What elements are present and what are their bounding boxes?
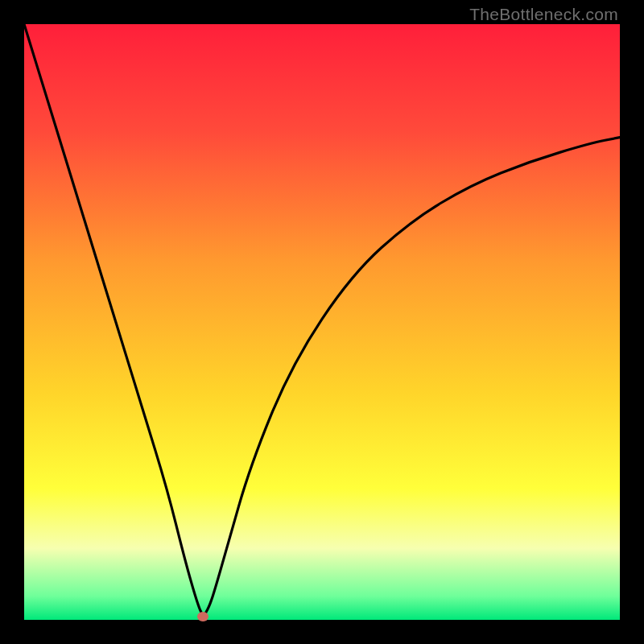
minimum-point-marker — [197, 612, 208, 621]
watermark-text: TheBottleneck.com — [469, 5, 618, 24]
curve-path — [24, 24, 620, 614]
bottleneck-curve — [24, 24, 620, 620]
chart-frame — [24, 24, 620, 620]
